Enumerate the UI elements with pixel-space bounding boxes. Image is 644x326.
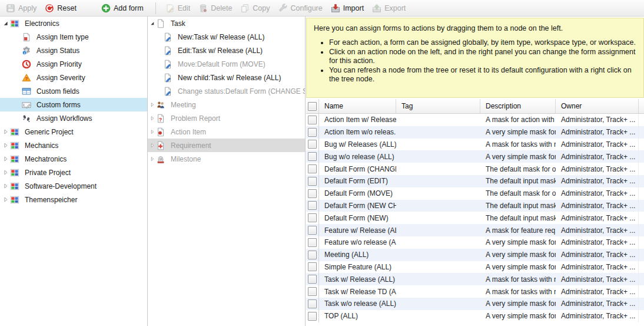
toolbar-button-apply[interactable]: Apply	[2, 1, 41, 15]
tree-item-new-child-task-w-release-all[interactable]: New child:Task w/ Release (ALL)	[148, 71, 305, 84]
tree-item-label: Custom fields	[35, 87, 81, 96]
table-row-feature-w-release-all[interactable]: Feature w/ Release (ALL)A mask for featu…	[306, 224, 644, 236]
column-header-tag[interactable]: Tag	[396, 99, 480, 113]
expander-collapsed-icon[interactable]	[149, 142, 156, 149]
tree-item-problem-report[interactable]: ?Problem Report	[148, 111, 305, 125]
toolbar-button-import[interactable]: Import	[327, 1, 368, 15]
row-checkbox[interactable]	[308, 312, 317, 321]
row-checkbox[interactable]	[308, 128, 317, 137]
cell-name: TOP (ALL)	[319, 310, 396, 322]
status-icon: i	[22, 46, 31, 55]
tree-item-new-task-w-release-all[interactable]: New:Task w/ Release (ALL)	[148, 30, 305, 44]
row-checkbox[interactable]	[308, 140, 317, 149]
tree-item-requirement[interactable]: Requirement	[148, 139, 305, 152]
toolbar-button-edit[interactable]: Edit	[161, 1, 195, 15]
tree-item-generic-project[interactable]: Generic Project	[0, 125, 147, 139]
toolbar-button-copy[interactable]: Copy	[236, 1, 274, 15]
toolbar-button-reset[interactable]: Reset	[41, 1, 81, 15]
table-row-bug-w-releases-all[interactable]: Bug w/ Releases (ALL)A mask for tasks wi…	[306, 139, 644, 151]
tree-item-custom-forms[interactable]: I,Custom forms	[0, 98, 147, 111]
forms-tree: TaskNew:Task w/ Release (ALL)Edit:Task w…	[148, 17, 305, 166]
forms-table-header: NameTagDescriptionOwner	[306, 99, 644, 114]
expander-collapsed-icon[interactable]	[2, 169, 10, 177]
workspace-icon	[10, 19, 19, 28]
tree-item-meeting[interactable]: Meeting	[148, 98, 305, 111]
form-icon	[163, 73, 172, 83]
tree-item-move-default-form-move[interactable]: Move:Default Form (MOVE)	[148, 57, 305, 71]
row-checkbox[interactable]	[308, 164, 317, 173]
tree-item-task[interactable]: Task	[148, 17, 305, 30]
tree-item-software-development[interactable]: Software-Development	[0, 179, 147, 193]
tree-item-custom-fields[interactable]: Custom fields	[0, 84, 147, 98]
custom-fields-icon	[22, 87, 31, 96]
table-row-action-item-w-release[interactable]: Action Item w/ Release...A mask for acti…	[306, 114, 644, 126]
table-row-top-all[interactable]: TOP (ALL)A very simple mask for...Admini…	[306, 310, 644, 322]
column-header-description[interactable]: Description	[480, 99, 556, 113]
row-checkbox[interactable]	[308, 201, 317, 210]
tree-item-electronics[interactable]: Electronics	[0, 17, 147, 30]
table-row-default-form-edit[interactable]: Default Form (EDIT)The default input mas…	[306, 175, 644, 187]
row-checkbox[interactable]	[308, 262, 317, 271]
tree-item-themenspeicher[interactable]: Themenspeicher	[0, 193, 147, 206]
select-all-checkbox[interactable]	[308, 102, 317, 111]
row-checkbox[interactable]	[308, 287, 317, 296]
tree-item-assign-status[interactable]: iAssign Status	[0, 44, 147, 57]
row-checkbox[interactable]	[308, 189, 317, 198]
row-checkbox[interactable]	[308, 275, 317, 284]
expander-collapsed-icon[interactable]	[2, 196, 10, 204]
expander-spacer	[156, 74, 163, 81]
column-header-name[interactable]: Name	[319, 99, 396, 113]
table-row-task-w-release-td-a[interactable]: Task w/ Release TD (A...A mask for tasks…	[306, 285, 644, 298]
row-checkbox[interactable]	[308, 213, 317, 222]
tree-item-assign-severity[interactable]: ?Assign Severity	[0, 71, 147, 84]
tree-item-mechatronics[interactable]: Mechatronics	[0, 152, 147, 166]
cell-stub	[639, 200, 644, 212]
info-box-intro: Here you can assign forms to actions by …	[314, 24, 636, 33]
expander-collapsed-icon[interactable]	[149, 129, 156, 136]
table-row-feature-w-o-release-a[interactable]: Feature w/o release (A...A very simple m…	[306, 236, 644, 249]
row-checkbox[interactable]	[308, 116, 317, 124]
expander-collapsed-icon[interactable]	[149, 101, 156, 108]
table-row-simple-feature-all[interactable]: Simple Feature (ALL)A very simple mask f…	[306, 261, 644, 274]
tree-item-private-project[interactable]: Private Project	[0, 166, 147, 179]
table-row-default-form-change[interactable]: Default Form (CHANGE...The default mask …	[306, 163, 644, 175]
cell-stub	[639, 150, 644, 163]
expander-collapsed-icon[interactable]	[2, 141, 10, 150]
expander-collapsed-icon[interactable]	[2, 155, 10, 163]
toolbar-button-delete[interactable]: Delete	[194, 1, 236, 15]
tree-item-mechanics[interactable]: Mechanics	[0, 139, 147, 152]
tree-item-milestone[interactable]: 16Milestone	[148, 152, 305, 166]
column-header-owner[interactable]: Owner	[556, 99, 639, 113]
table-row-bug-w-o-release-all[interactable]: Bug w/o release (ALL)A very simple mask …	[306, 150, 644, 163]
toolbar-button-add-form[interactable]: Add form	[97, 1, 148, 15]
expander-expanded-icon[interactable]	[2, 19, 10, 28]
expander-collapsed-icon[interactable]	[2, 128, 10, 136]
row-checkbox[interactable]	[308, 299, 317, 308]
tree-item-edit-task-w-release-all[interactable]: Edit:Task w/ Release (ALL)	[148, 44, 305, 57]
table-row-default-form-new-ch[interactable]: Default Form (NEW CH...The default input…	[306, 200, 644, 212]
row-checkbox-cell	[306, 224, 319, 236]
table-row-meeting-all[interactable]: Meeting (ALL)A very simple mask for...Ad…	[306, 249, 644, 261]
expander-collapsed-icon[interactable]	[149, 156, 156, 163]
tree-item-change-status-default-form-change-statu[interactable]: Change status:Default Form (CHANGE STATU	[148, 84, 305, 98]
row-checkbox[interactable]	[308, 152, 317, 161]
expander-expanded-icon[interactable]	[149, 20, 156, 27]
table-row-default-form-move[interactable]: Default Form (MOVE)The default mask for …	[306, 187, 644, 200]
table-row-task-w-o-release-all[interactable]: Task w/o release (ALL)A very simple mask…	[306, 298, 644, 310]
tree-item-assign-item-type[interactable]: Assign Item type	[0, 30, 147, 44]
tree-item-assign-workflows[interactable]: Assign Workflows	[0, 111, 147, 125]
expander-collapsed-icon[interactable]	[149, 115, 156, 122]
table-row-action-item-w-o-releas[interactable]: Action Item w/o releas...A very simple m…	[306, 126, 644, 139]
expander-collapsed-icon[interactable]	[2, 182, 10, 190]
row-checkbox[interactable]	[308, 177, 317, 186]
tree-item-assign-priority[interactable]: Assign Priority	[0, 57, 147, 71]
table-row-default-form-new[interactable]: Default Form (NEW)The default input mask…	[306, 212, 644, 224]
row-checkbox[interactable]	[308, 226, 317, 235]
row-checkbox[interactable]	[308, 251, 317, 259]
table-row-task-w-release-all[interactable]: Task w/ Release (ALL)A mask for tasks wi…	[306, 273, 644, 285]
tree-item-action-item[interactable]: Action Item	[148, 125, 305, 139]
toolbar-button-configure[interactable]: Configure	[274, 1, 327, 15]
toolbar-button-export[interactable]: Export	[368, 1, 410, 15]
cell-owner: Administrator, Track+ ...	[556, 114, 639, 126]
row-checkbox[interactable]	[308, 238, 317, 247]
